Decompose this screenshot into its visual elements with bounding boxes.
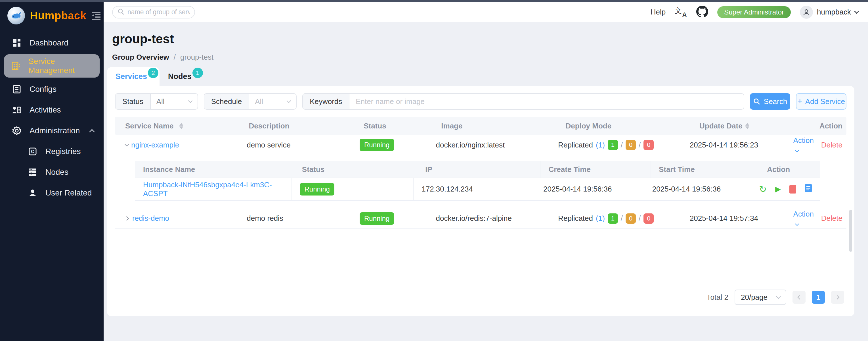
translate-icon[interactable]: 文 A: [675, 6, 687, 18]
table-row: redis-demo demo redis Running docker.io/…: [115, 208, 846, 229]
breadcrumb-separator: /: [174, 53, 176, 62]
status-filter: Status All: [115, 93, 198, 110]
col-instance-name: Instance Name: [135, 161, 294, 178]
expand-row-icon[interactable]: [125, 216, 129, 221]
update-date: 2025-04-14 19:57:34: [690, 214, 793, 223]
sidebar-menu: Dashboard Service Management: [0, 32, 103, 203]
instance-table: Instance Name Status IP Create Time Star…: [135, 161, 820, 201]
collapse-row-icon[interactable]: [125, 142, 129, 146]
chevron-down-icon: [855, 9, 859, 13]
github-icon[interactable]: [696, 6, 708, 19]
schedule-filter-select[interactable]: All: [249, 94, 296, 109]
sidebar-item-dashboard[interactable]: Dashboard: [0, 32, 103, 53]
keywords-input[interactable]: [349, 94, 744, 109]
scrollbar-thumb[interactable]: [849, 210, 852, 252]
status-badge: Running: [360, 139, 394, 151]
search-button[interactable]: Search: [750, 93, 790, 110]
breadcrumb: Group Overview / group-test: [112, 53, 213, 62]
tab-label: Services: [116, 72, 147, 81]
schedule-filter-label: Schedule: [205, 94, 249, 109]
sort-icon[interactable]: [745, 123, 749, 129]
collapse-sidebar-icon[interactable]: [91, 11, 101, 20]
global-search-input[interactable]: [127, 8, 190, 16]
help-link[interactable]: Help: [651, 8, 665, 17]
action-dropdown[interactable]: Action: [793, 136, 814, 154]
col-update-date[interactable]: Update Date: [700, 122, 743, 131]
service-name-link[interactable]: redis-demo: [132, 214, 169, 223]
prev-page-button[interactable]: [793, 291, 806, 304]
stop-icon[interactable]: [789, 185, 796, 194]
play-icon[interactable]: ▶: [775, 185, 781, 194]
keywords-filter-label: Keywords: [303, 94, 349, 109]
username: humpback: [817, 8, 851, 17]
search-icon: [117, 8, 125, 17]
instance-name-link[interactable]: Humpback-lNtH546sbgxpa4e4-Lkm3C-ACSPT: [143, 180, 284, 198]
pagination-total: Total 2: [707, 293, 728, 302]
chevron-down-icon: [795, 222, 799, 226]
add-service-button[interactable]: + Add Service: [796, 93, 846, 110]
replica-count-link[interactable]: (1): [596, 141, 605, 149]
tab-label: Nodes: [168, 72, 192, 81]
sidebar-item-nodes[interactable]: Nodes: [0, 162, 103, 182]
breadcrumb-root[interactable]: Group Overview: [112, 53, 169, 62]
sidebar-item-label: Activities: [30, 106, 61, 115]
col-instance-status: Status: [294, 161, 417, 178]
schedule-filter: Schedule All: [204, 93, 297, 110]
sidebar-item-label: User Related: [45, 189, 92, 198]
deploy-mode-cell: Replicated (1) 1 / 0 / 0: [558, 140, 690, 150]
avatar: [800, 6, 813, 19]
col-status: Status: [364, 122, 441, 131]
col-instance-ip: IP: [417, 161, 540, 178]
instance-row: Humpback-lNtH546sbgxpa4e4-Lkm3C-ACSPT Ru…: [135, 178, 820, 200]
instance-ip: 172.30.124.234: [413, 178, 535, 200]
nodes-icon: [27, 168, 38, 177]
global-search[interactable]: [112, 6, 195, 19]
col-start-time: Start Time: [651, 161, 759, 178]
sidebar-item-label: Nodes: [45, 168, 68, 177]
window-top-strip: [0, 0, 868, 2]
service-image: docker.io/redis:7-alpine: [436, 214, 558, 223]
dashboard-icon: [11, 38, 22, 48]
sidebar-item-label: Dashboard: [30, 38, 68, 48]
delete-button[interactable]: Delete: [821, 214, 842, 223]
activities-icon: [11, 106, 22, 115]
chevron-down-icon: [776, 294, 781, 299]
service-management-icon: [11, 61, 21, 70]
svg-text:C: C: [31, 149, 34, 154]
sort-icon[interactable]: [179, 123, 183, 129]
tab-nodes[interactable]: Nodes 1: [159, 67, 204, 86]
delete-button[interactable]: Delete: [821, 141, 842, 149]
col-action: Action: [805, 122, 846, 131]
restart-icon[interactable]: ↻: [759, 185, 767, 194]
replica-count-link[interactable]: (1): [596, 214, 605, 223]
next-page-button[interactable]: [831, 291, 844, 304]
user-menu[interactable]: humpback: [800, 6, 858, 19]
deploy-mode-cell: Replicated (1) 1 / 0 / 0: [558, 214, 690, 224]
services-table-header: Service Name Description Status Image De…: [115, 117, 846, 135]
sidebar-item-label: Administration: [30, 126, 80, 135]
keywords-filter: Keywords: [302, 93, 744, 110]
status-filter-select[interactable]: All: [151, 94, 197, 109]
sidebar-item-service-management[interactable]: Service Management: [4, 54, 100, 78]
brand: Humpback: [0, 2, 103, 28]
service-name-link[interactable]: nginx-example: [131, 141, 179, 149]
chevron-down-icon: [188, 98, 192, 103]
sidebar-item-administration[interactable]: Administration: [0, 120, 103, 141]
page-size-select[interactable]: 20/page: [735, 290, 786, 305]
sidebar-item-activities[interactable]: Activities: [0, 100, 103, 120]
sidebar-item-configs[interactable]: Configs: [0, 79, 103, 100]
filter-row: Status All Schedule All Keywords Search: [115, 93, 846, 110]
tab-services[interactable]: Services 2: [107, 67, 159, 86]
logs-icon[interactable]: [805, 184, 812, 194]
replicas-pending-badge: 0: [626, 214, 636, 224]
sidebar-item-registries[interactable]: C Registries: [0, 141, 103, 162]
status-filter-label: Status: [116, 94, 151, 109]
page-1-button[interactable]: 1: [812, 291, 825, 304]
instance-actions: ↻ ▶: [751, 178, 820, 200]
chevron-down-icon: [287, 98, 291, 103]
col-service-name[interactable]: Service Name: [125, 122, 174, 131]
sidebar-item-user-related[interactable]: User Related: [0, 182, 103, 203]
topbar: Help 文 A Super Administrator humpback: [103, 2, 868, 22]
role-badge: Super Administrator: [717, 6, 791, 18]
action-dropdown[interactable]: Action: [793, 210, 814, 227]
